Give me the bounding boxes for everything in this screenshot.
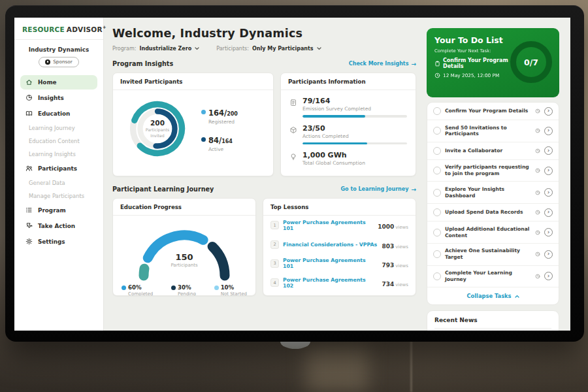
sidebar-item-learning-journey[interactable]: Learning Journey <box>14 122 103 135</box>
sidebar-item-label: Program <box>38 207 66 214</box>
task-checkbox[interactable] <box>433 272 441 280</box>
task-row-complete-learning-journey[interactable]: Complete Your Learning Journey › <box>427 266 559 288</box>
task-row-upload-spend-data[interactable]: Upload Spend Data Records › <box>427 204 559 221</box>
sidebar-item-take-action[interactable]: Take Action <box>20 219 97 233</box>
task-open-button[interactable]: › <box>544 127 553 135</box>
lesson-row: 1 Power Purchase Agreements 101 1000view… <box>263 216 416 235</box>
check-more-insights-link[interactable]: Check More Insights → <box>349 61 416 67</box>
task-checkbox[interactable] <box>433 189 441 197</box>
education-progress-card: Education Progress 150 Participants 60% … <box>112 198 256 296</box>
participants-filter-dropdown[interactable]: Participants: Only My Participants <box>216 46 321 52</box>
task-row-verify-participants[interactable]: Verify participants requesting to join t… <box>427 160 559 182</box>
task-open-button[interactable]: › <box>544 167 553 175</box>
task-checkbox[interactable] <box>433 208 441 216</box>
sidebar-item-home[interactable]: Home <box>20 75 97 90</box>
sidebar-item-label: Settings <box>38 238 65 245</box>
sponsor-label: Sponsor <box>53 59 73 65</box>
task-clock-icon <box>535 168 540 173</box>
legend-label: Registered <box>208 119 238 125</box>
gear-icon <box>25 238 33 245</box>
sponsor-badge: Sponsor <box>39 57 79 67</box>
task-label: Send 50 Invitations to Participants <box>445 125 531 138</box>
lesson-title-link[interactable]: Financial Considerations - VPPAs <box>283 242 378 248</box>
lesson-rank: 4 <box>270 278 279 287</box>
card-title: Participants Information <box>281 73 416 90</box>
sidebar-item-participants[interactable]: Participants <box>20 161 97 176</box>
task-row-invite-collaborator[interactable]: Invite a Collaborator › <box>427 142 559 160</box>
task-row-achieve-target[interactable]: Achieve One Sustainability Target › <box>427 244 559 266</box>
collapse-tasks-link[interactable]: Collapse Tasks <box>427 287 559 304</box>
card-title: Top Lessons <box>263 199 416 216</box>
task-open-button[interactable]: › <box>544 146 553 155</box>
legend-label: Not Started <box>221 291 247 296</box>
chevron-up-icon <box>515 295 519 298</box>
legend-label: Pending <box>178 291 196 296</box>
lesson-views: 734 <box>382 281 394 287</box>
todo-task-list: Confirm Your Program Details › Send 50 I… <box>427 102 559 305</box>
sidebar-item-general-data[interactable]: General Data <box>14 176 103 189</box>
task-checkbox[interactable] <box>433 167 441 174</box>
todo-progress-ring: 0/7 <box>510 41 552 83</box>
task-row-send-invitations[interactable]: Send 50 Invitations to Participants › <box>427 120 559 142</box>
sidebar-item-learning-insights[interactable]: Learning Insights <box>14 148 103 161</box>
task-row-upload-educational-content[interactable]: Upload Additional Educational Content › <box>427 221 559 244</box>
invited-participants-card: Invited Participants 200 Participants In… <box>112 73 274 176</box>
bulb-icon <box>289 151 297 169</box>
sidebar-item-education-content[interactable]: Education Content <box>14 135 103 148</box>
task-row-confirm-program[interactable]: Confirm Your Program Details › <box>427 103 559 120</box>
task-open-button[interactable]: › <box>544 208 553 217</box>
task-open-button[interactable]: › <box>544 272 553 280</box>
section-title: Participant Learning Journey <box>112 186 214 193</box>
program-filter-label: Program: <box>112 46 136 52</box>
stat-value: 23/50 <box>302 124 407 133</box>
arrow-right-icon: → <box>411 61 416 67</box>
page-title: Welcome, Industry Dynamics <box>112 27 416 40</box>
legend-pct: 10% <box>221 284 235 291</box>
collapse-label: Collapse Tasks <box>466 293 511 299</box>
todo-summary-card: Your To Do List Complete Your Next Task:… <box>427 28 559 97</box>
progress-fill <box>302 115 365 118</box>
sidebar-nav: Home Insights Education Learning Journey… <box>14 74 103 250</box>
task-checkbox[interactable] <box>433 107 441 115</box>
legend-item-completed: 60% Completed <box>122 284 153 296</box>
todo-progress-value: 0/7 <box>524 57 538 67</box>
stat-label: Emission Survey Completed <box>302 106 407 112</box>
legend-label: Active <box>208 146 238 152</box>
legend-total: 164 <box>221 139 233 144</box>
sidebar-item-label: Participants <box>38 165 77 172</box>
lesson-title-link[interactable]: Power Purchase Agreements 101 <box>283 257 378 269</box>
task-open-button[interactable]: › <box>544 250 553 259</box>
lesson-title-link[interactable]: Power Purchase Agreements 101 <box>283 220 374 231</box>
task-row-explore-insights[interactable]: Explore Your Insights Dashboard › <box>427 182 559 204</box>
program-filter-dropdown[interactable]: Program: Industrialize Zero <box>112 46 199 52</box>
actions-icon <box>289 124 297 145</box>
task-label: Verify participants requesting to join t… <box>445 164 531 177</box>
task-label: Invite a Collaborator <box>445 148 531 154</box>
legend-dot <box>214 286 219 290</box>
task-clock-icon <box>535 108 540 114</box>
sidebar-item-program[interactable]: Program <box>20 203 97 218</box>
task-checkbox[interactable] <box>433 127 441 135</box>
task-open-button[interactable]: › <box>544 107 553 116</box>
sidebar-item-insights[interactable]: Insights <box>20 91 97 105</box>
lesson-title-link[interactable]: Power Purchase Agreements 102 <box>283 277 378 289</box>
task-open-button[interactable]: › <box>544 188 553 197</box>
lesson-rank: 2 <box>270 240 279 249</box>
legend-dot <box>171 286 176 290</box>
survey-icon <box>289 97 297 118</box>
task-checkbox[interactable] <box>433 147 441 155</box>
task-checkbox[interactable] <box>433 229 441 237</box>
gauge-legend: 60% Completed 30% Pending 10% Not Starte… <box>113 281 255 296</box>
lesson-rank: 3 <box>270 259 279 268</box>
sidebar-item-manage-participants[interactable]: Manage Participants <box>14 189 103 203</box>
task-open-button[interactable]: › <box>544 228 553 237</box>
legend-value: 164/ <box>208 108 227 118</box>
lesson-row: 2 Financial Considerations - VPPAs 803vi… <box>263 235 416 253</box>
go-to-learning-journey-link[interactable]: Go to Learning Journey → <box>341 186 416 193</box>
sidebar-item-education[interactable]: Education <box>20 106 97 121</box>
task-checkbox[interactable] <box>433 250 441 258</box>
main-content: Welcome, Industry Dynamics Program: Indu… <box>104 18 423 331</box>
task-label: Confirm Your Program Details <box>445 108 531 114</box>
sidebar-item-settings[interactable]: Settings <box>20 235 97 249</box>
card-title: Invited Participants <box>113 73 273 90</box>
